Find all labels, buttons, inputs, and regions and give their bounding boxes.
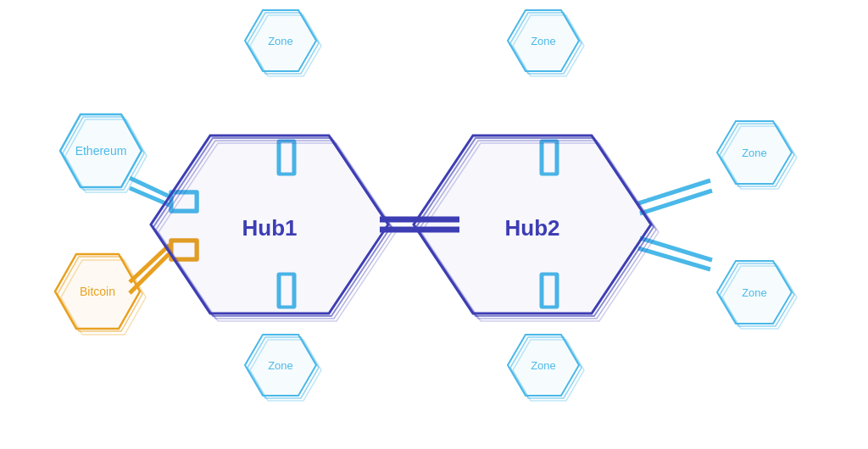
zone-rt-label: Zone: [742, 147, 767, 159]
bitcoin-label: Bitcoin: [80, 285, 115, 298]
eth-line-bottom: [130, 188, 170, 205]
btc-line-top: [130, 245, 170, 282]
zone-bl-label: Zone: [268, 359, 293, 372]
zone-br-label: Zone: [531, 359, 556, 372]
hub1-label: Hub1: [242, 215, 298, 241]
zone-tr-label: Zone: [531, 35, 556, 47]
zone-rb-label: Zone: [742, 286, 767, 299]
ethereum-label: Ethereum: [75, 144, 127, 158]
hub2-zone-right-bottom-line-a: [638, 248, 710, 269]
hub2-zone-right-top-line-a: [638, 180, 710, 203]
diagram-canvas: Ethereum Bitcoin Zone Zone Zone Zone Zon…: [0, 0, 868, 449]
hub2-label: Hub2: [505, 215, 560, 241]
zone-tl-label: Zone: [268, 35, 293, 47]
hub2-zone-right-bottom-line-b: [640, 238, 712, 260]
eth-line-top: [130, 178, 170, 197]
hub2-zone-right-top-line-b: [640, 191, 712, 213]
